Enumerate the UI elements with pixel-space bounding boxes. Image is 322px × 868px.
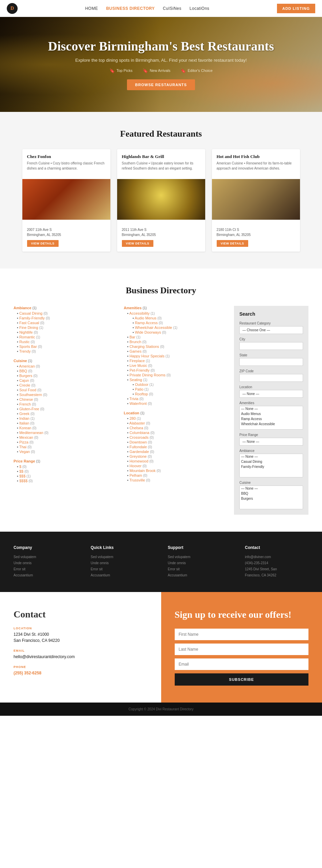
- dir-link-creole[interactable]: Creole: [19, 383, 30, 387]
- dir-link-pelham[interactable]: Pelham: [129, 473, 142, 477]
- category-select[interactable]: — Choose One —: [239, 326, 303, 334]
- price-select[interactable]: — None —: [239, 438, 303, 446]
- dir-link-brunch[interactable]: Brunch: [129, 340, 141, 344]
- dir-link-live-music[interactable]: Live Music: [129, 363, 147, 368]
- dir-link-downtown[interactable]: Downtown: [129, 440, 147, 444]
- dir-link-burgers[interactable]: Burgers: [19, 374, 33, 378]
- dir-ambiance-list: • Casual Dining (0) • Family-Friendly (0…: [14, 311, 117, 353]
- dir-link-price-1[interactable]: $: [19, 465, 21, 469]
- dir-link-romantic[interactable]: Romantic: [19, 335, 35, 339]
- list-item: • Nightlife (0): [17, 330, 117, 334]
- state-input[interactable]: [239, 358, 303, 366]
- view-details-btn-1[interactable]: VIEW DETAILS: [27, 240, 59, 247]
- location-select[interactable]: — None —: [239, 390, 303, 398]
- dir-link-accessibility[interactable]: Accessibility: [129, 311, 150, 315]
- email-input[interactable]: [175, 658, 309, 670]
- amenities-listbox[interactable]: — None — Audio Menus Ramp Access Wheelch…: [239, 406, 303, 430]
- dir-link-american[interactable]: American: [19, 364, 35, 368]
- nav-logo: D: [7, 3, 18, 14]
- dir-link-price-3[interactable]: $$$: [19, 474, 25, 478]
- dir-link-hoover[interactable]: Hoover: [129, 464, 141, 468]
- dir-link-price-4[interactable]: $$$$: [19, 479, 27, 483]
- ambiance-listbox[interactable]: — None — Casual Dining Family-Friendly: [239, 454, 303, 477]
- dir-link-private-dining[interactable]: Private Dining Rooms: [129, 373, 165, 377]
- dir-link-rustic[interactable]: Rustic: [19, 340, 30, 344]
- dir-link-casual-dining[interactable]: Casual Dining: [19, 311, 42, 315]
- footer-support: Support Sed volupatemUnde omnisError sit…: [168, 545, 232, 578]
- dir-link-thai[interactable]: Thai: [19, 445, 26, 449]
- dir-link-gardendale[interactable]: Gardendale: [129, 450, 149, 454]
- dir-link-seating[interactable]: Seating: [129, 378, 142, 382]
- dir-link-indian[interactable]: Indian: [19, 416, 29, 420]
- hero-badge-top-picks: 🔖 Top Picks: [109, 68, 132, 73]
- subscribe-button[interactable]: SUBSCRIBE: [175, 673, 309, 686]
- dir-link-alabaster[interactable]: Alabaster: [129, 421, 145, 425]
- dir-link-trivia[interactable]: Trivia: [129, 397, 138, 401]
- dir-link-bbq[interactable]: BBQ: [19, 369, 27, 373]
- dir-link-korean[interactable]: Korean: [19, 426, 31, 430]
- dir-link-price-2[interactable]: $$: [19, 469, 23, 473]
- dir-link-vegan[interactable]: Vegan: [19, 450, 30, 454]
- dir-link-fultondale[interactable]: Fultondale: [129, 445, 147, 449]
- dir-link-pet-friendly[interactable]: Pet-Friendly: [129, 368, 149, 372]
- dir-link-fireplace[interactable]: Fireplace: [129, 359, 145, 363]
- dir-link-wide-doorways[interactable]: Wide Doorways: [135, 330, 161, 334]
- cuisine-listbox[interactable]: — None — BBQ Burgers: [239, 486, 303, 509]
- view-details-btn-2[interactable]: VIEW DETAILS: [122, 240, 153, 247]
- dir-link-sports-bar[interactable]: Sports Bar: [19, 344, 37, 349]
- dir-link-crossroads[interactable]: Crossroads: [129, 435, 148, 439]
- card-body-2: Highlands Bar & Grill Southern Cuisine •…: [117, 149, 205, 179]
- dir-link-charging[interactable]: Charging Stations: [129, 344, 159, 349]
- dir-link-greek[interactable]: Greek: [19, 412, 29, 416]
- dir-link-wheelchair[interactable]: Wheelchair Accessible: [135, 326, 172, 330]
- dir-link-chelsea[interactable]: Chelsea: [129, 426, 143, 430]
- dir-link-cajun[interactable]: Cajun: [19, 378, 29, 382]
- dir-link-mediterranean[interactable]: Mediterranean: [19, 431, 43, 435]
- dir-link-happy-hour[interactable]: Happy Hour Specials: [129, 354, 164, 358]
- dir-link-trendy[interactable]: Trendy: [19, 349, 31, 353]
- dir-link-pizza[interactable]: Pizza: [19, 440, 28, 444]
- dir-link-greystone[interactable]: Greystone: [129, 454, 147, 458]
- dir-link-italian[interactable]: Italian: [19, 421, 29, 425]
- dir-link-soul-food[interactable]: Soul Food: [19, 388, 36, 392]
- browse-restaurants-button[interactable]: BROWSE RESTAURANTS: [127, 79, 195, 90]
- list-item: • Wheelchair Accessible (1): [133, 326, 228, 330]
- first-name-input[interactable]: [175, 629, 309, 640]
- dir-link-mexican[interactable]: Mexican: [19, 435, 33, 439]
- nav-locations[interactable]: LocatiOns: [190, 6, 210, 11]
- city-input[interactable]: [239, 342, 303, 350]
- dir-link-bar[interactable]: Bar: [129, 335, 135, 339]
- dir-link-280[interactable]: 280: [129, 416, 135, 420]
- category-label: Restaurant Category: [239, 321, 303, 325]
- dir-link-fast-casual[interactable]: Fast Casual: [19, 321, 39, 325]
- list-item: • Trivia (0): [127, 397, 228, 401]
- nav-home[interactable]: HOME: [85, 6, 98, 11]
- dir-link-gluten-free[interactable]: Gluten-Free: [19, 407, 39, 411]
- dir-link-fine-dining[interactable]: Fine Dining: [19, 326, 38, 330]
- dir-link-family-friendly[interactable]: Family-Friendly: [19, 316, 45, 320]
- nav-business-directory[interactable]: BUSINESS DIRECTORY: [106, 6, 155, 11]
- dir-link-columbiana[interactable]: Columbiana: [129, 431, 149, 435]
- add-listing-button[interactable]: ADD LISTING: [277, 4, 315, 13]
- dir-link-ramp-access[interactable]: Ramp Access: [135, 321, 157, 325]
- dir-link-chinese[interactable]: Chinese: [19, 397, 33, 401]
- zip-input[interactable]: [239, 374, 303, 382]
- view-details-btn-3[interactable]: VIEW DETAILS: [217, 240, 248, 247]
- dir-link-southwestern[interactable]: Southwestern: [19, 393, 42, 397]
- dir-link-french[interactable]: French: [19, 402, 31, 406]
- dir-link-audio-menus[interactable]: Audio Menus: [135, 316, 156, 320]
- card-chez-fonfon: Chez Fonfon French Cuisine • Cozy bistro…: [22, 149, 110, 252]
- nav-cuisines[interactable]: CuISiNes: [163, 6, 181, 11]
- dir-head-amenities: Amenities (1): [124, 306, 228, 310]
- dir-link-homewood[interactable]: Homewood: [129, 459, 148, 463]
- dir-link-rooftop[interactable]: Rooftop: [135, 392, 148, 396]
- dir-link-games[interactable]: Games: [129, 349, 141, 353]
- dir-link-trussville[interactable]: Trussville: [129, 478, 145, 482]
- dir-link-waterfront[interactable]: Waterfront: [129, 401, 147, 406]
- dir-link-outdoor[interactable]: Outdoor: [135, 382, 148, 387]
- dir-link-patio[interactable]: Patio: [135, 387, 143, 391]
- last-name-input[interactable]: [175, 644, 309, 655]
- list-item: • French (0): [17, 402, 117, 406]
- dir-link-nightlife[interactable]: Nightlife: [19, 330, 33, 334]
- dir-link-mountain-brook[interactable]: Mountain Brook: [129, 469, 155, 473]
